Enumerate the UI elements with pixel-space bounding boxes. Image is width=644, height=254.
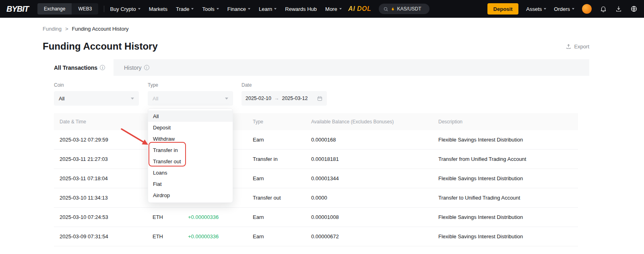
- page-title: Funding Account History: [43, 41, 158, 52]
- assets-label: Assets: [526, 6, 542, 12]
- nav-tools[interactable]: Tools: [202, 6, 219, 12]
- mode-toggle: Exchange WEB3: [37, 3, 98, 15]
- info-icon[interactable]: [144, 65, 149, 70]
- cell-description: Flexible Savings Interest Distribution: [438, 175, 578, 181]
- mode-tab-exchange[interactable]: Exchange: [37, 3, 72, 15]
- cell-balance: 0.00001344: [311, 175, 438, 181]
- type-option-deposit[interactable]: Deposit: [148, 122, 233, 133]
- chevron-down-icon: [131, 98, 134, 100]
- tab-all-transactions[interactable]: All Transactions: [43, 59, 114, 76]
- search-box[interactable]: KAS/USDT: [379, 4, 429, 14]
- mode-tab-label: WEB3: [78, 6, 92, 12]
- type-select[interactable]: All: [148, 91, 233, 106]
- nav-label: Trade: [176, 6, 189, 12]
- tab-strip-background: History: [114, 59, 589, 76]
- notifications-bell-icon[interactable]: [600, 5, 607, 12]
- table-row: 2025-03-11 21:27:03 Transfer in 0.000181…: [54, 150, 578, 169]
- cell-type: Transfer out: [253, 195, 311, 201]
- type-option-loans[interactable]: Loans: [148, 167, 233, 178]
- language-globe-icon[interactable]: [630, 5, 638, 12]
- search-hot-pair: KAS/USDT: [397, 6, 421, 12]
- date-to: 2025-03-12: [282, 96, 308, 101]
- date-filter-label: Date: [242, 82, 252, 88]
- date-range-picker[interactable]: 2025-02-10 → 2025-03-12: [242, 91, 327, 106]
- assets-menu[interactable]: Assets: [526, 6, 546, 12]
- type-option-fiat[interactable]: Fiat: [148, 178, 233, 189]
- nav-label: Buy Crypto: [110, 6, 136, 12]
- deposit-button[interactable]: Deposit: [487, 3, 519, 15]
- export-button[interactable]: Export: [566, 44, 589, 50]
- type-option-transfer-in[interactable]: Transfer in: [148, 144, 233, 156]
- cell-datetime: 2025-03-10 11:34:13: [60, 195, 153, 201]
- type-option-all[interactable]: All: [148, 110, 233, 122]
- nav-label: Markets: [149, 6, 167, 12]
- cell-datetime: 2025-03-11 07:18:04: [60, 175, 153, 181]
- cell-coin: ETH: [153, 233, 188, 239]
- date-range-arrow: →: [274, 96, 279, 101]
- nav-learn[interactable]: Learn: [259, 6, 277, 12]
- search-icon: [383, 6, 388, 12]
- breadcrumb-separator: >: [65, 26, 68, 32]
- type-option-airdrop[interactable]: Airdrop: [148, 189, 233, 201]
- nav-trade[interactable]: Trade: [176, 6, 194, 12]
- tab-history[interactable]: History: [114, 65, 149, 71]
- chevron-down-icon: [217, 8, 219, 10]
- type-option-withdraw[interactable]: Withdraw: [148, 133, 233, 144]
- top-navigation: BYBIT Exchange WEB3 Buy Crypto Markets T…: [0, 0, 644, 18]
- coin-select-value: All: [59, 96, 64, 102]
- type-filter-label: Type: [148, 82, 158, 88]
- cell-balance: 0.0000168: [311, 137, 438, 143]
- type-select-value: All: [153, 96, 158, 102]
- breadcrumb-funding[interactable]: Funding: [43, 26, 62, 32]
- chevron-down-icon: [544, 8, 546, 10]
- tab-strip: All Transactions History: [43, 59, 589, 76]
- nav-finance[interactable]: Finance: [227, 6, 250, 12]
- chevron-down-icon: [572, 8, 574, 10]
- breadcrumb-current: Funding Account History: [72, 26, 129, 32]
- cell-description: Transfer to Unified Trading Account: [438, 195, 578, 201]
- header-description: Description: [438, 119, 578, 125]
- cell-balance: 0.00018181: [311, 156, 438, 162]
- transactions-table: Date & Time Type Available Balance (Excl…: [54, 113, 578, 246]
- nav-buy-crypto[interactable]: Buy Crypto: [110, 6, 140, 12]
- cell-type: Earn: [253, 137, 311, 143]
- ai-dol-logo[interactable]: AI DOL: [348, 5, 371, 12]
- cell-description: Transfer from Unified Trading Account: [438, 156, 578, 162]
- chevron-down-icon: [138, 8, 140, 10]
- header-datetime: Date & Time: [60, 119, 153, 125]
- cell-datetime: 2025-03-09 07:31:54: [60, 233, 153, 239]
- type-dropdown-menu: All Deposit Withdraw Transfer in Transfe…: [148, 108, 233, 203]
- coin-filter-label: Coin: [54, 82, 64, 88]
- download-app-icon[interactable]: [615, 5, 622, 12]
- cell-datetime: 2025-03-12 07:29:59: [60, 137, 153, 143]
- cell-coin: ETH: [153, 214, 188, 220]
- main-nav: Buy Crypto Markets Trade Tools Finance L…: [110, 6, 341, 12]
- cell-quantity: +0.00000336: [188, 214, 253, 220]
- table-body: 2025-03-12 07:29:59 Earn 0.0000168 Flexi…: [54, 130, 578, 246]
- coin-select[interactable]: All: [54, 91, 139, 106]
- table-row: 2025-03-10 07:24:53 ETH +0.00000336 Earn…: [54, 208, 578, 227]
- cell-balance: 0.00000672: [311, 233, 438, 239]
- export-label: Export: [574, 44, 589, 50]
- table-row: 2025-03-11 07:18:04 Earn 0.00001344 Flex…: [54, 169, 578, 188]
- nav-more[interactable]: More: [325, 6, 342, 12]
- flame-icon: [390, 6, 395, 12]
- tab-label: History: [124, 65, 142, 71]
- cell-description: Flexible Savings Interest Distribution: [438, 214, 578, 220]
- cell-balance: 0.0000: [311, 195, 438, 201]
- orders-label: Orders: [554, 6, 570, 12]
- date-from: 2025-02-10: [246, 96, 271, 101]
- mode-tab-web3[interactable]: WEB3: [72, 3, 98, 15]
- breadcrumb: Funding > Funding Account History: [43, 26, 128, 32]
- info-icon[interactable]: [100, 65, 105, 70]
- type-option-transfer-out[interactable]: Transfer out: [148, 156, 233, 167]
- cell-type: Earn: [253, 233, 311, 239]
- orders-menu[interactable]: Orders: [554, 6, 574, 12]
- bybit-logo[interactable]: BYBIT: [6, 4, 29, 14]
- cell-type: Earn: [253, 214, 311, 220]
- table-row: 2025-03-10 11:34:13 Transfer out 0.0000 …: [54, 188, 578, 208]
- nav-markets[interactable]: Markets: [149, 6, 167, 12]
- user-avatar[interactable]: [582, 4, 592, 14]
- nav-label: Finance: [227, 6, 246, 12]
- nav-rewards-hub[interactable]: Rewards Hub: [285, 6, 317, 12]
